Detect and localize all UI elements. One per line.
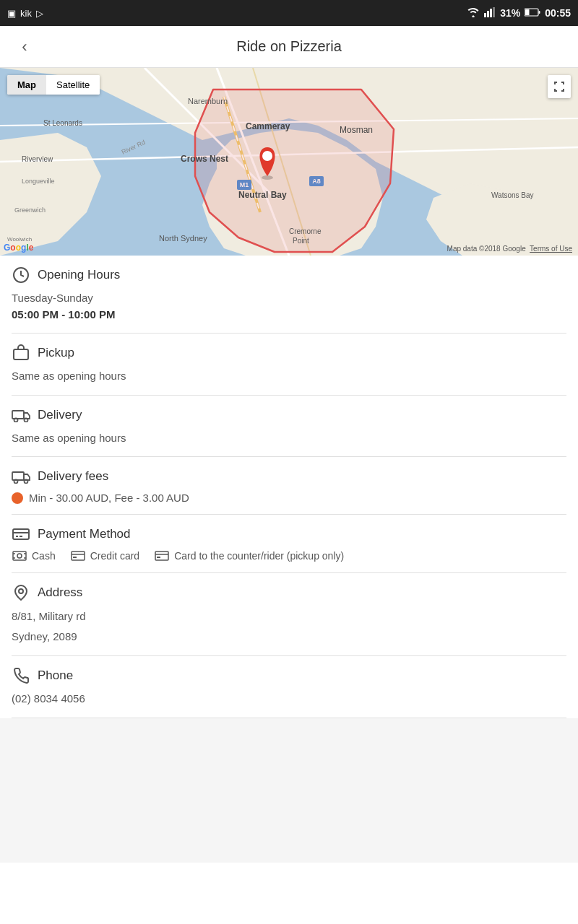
svg-point-69 (19, 589, 23, 593)
svg-text:Naremburn: Naremburn (188, 97, 228, 105)
payment-cash: Cash (12, 549, 56, 562)
payment-method-header: Payment Method (12, 525, 566, 544)
pickup-title: Pickup (38, 346, 74, 360)
svg-rect-47 (12, 411, 24, 419)
battery-icon (525, 7, 540, 19)
payment-credit-card: Credit card (70, 549, 139, 562)
svg-rect-5 (539, 11, 540, 14)
fee-row: Min - 30.00 AUD, Fee - 3.00 AUD (12, 492, 566, 504)
payment-method-section: Payment Method Cash (12, 515, 566, 573)
address-section: Address 8/81, Military rd Sydney, 2089 (12, 573, 566, 656)
battery-level: 31% (500, 7, 520, 19)
content-area: Opening Hours Tuesday-Sunday 05:00 PM - … (0, 256, 578, 718)
pickup-text: Same as opening hours (12, 368, 566, 385)
opening-hours-title: Opening Hours (38, 268, 120, 282)
svg-point-58 (17, 554, 22, 558)
fee-text: Min - 30.00 AUD, Fee - 3.00 AUD (29, 492, 189, 504)
fullscreen-button[interactable] (548, 75, 571, 98)
svg-rect-3 (493, 7, 495, 17)
address-header: Address (12, 583, 566, 602)
opening-hours-time: 05:00 PM - 10:00 PM (12, 307, 566, 323)
delivery-icon (12, 406, 30, 424)
svg-text:Riverview: Riverview (22, 155, 53, 163)
svg-text:St Leonards: St Leonards (43, 119, 82, 127)
delivery-fees-header: Delivery fees (12, 467, 566, 486)
svg-rect-63 (72, 552, 85, 560)
phone-number: (02) 8034 4056 (12, 691, 566, 707)
svg-rect-0 (484, 13, 486, 17)
svg-text:Neutral Bay: Neutral Bay (238, 190, 287, 200)
payment-method-title: Payment Method (38, 527, 131, 541)
opening-hours-days: Tuesday-Sunday (12, 290, 566, 307)
svg-point-48 (14, 418, 18, 422)
svg-rect-66 (155, 552, 168, 560)
status-bar-left: ▣ kik ▷ (7, 8, 43, 19)
map-tab-map[interactable]: Map (7, 75, 46, 95)
svg-rect-2 (490, 9, 492, 17)
svg-point-51 (14, 480, 18, 484)
opening-hours-header: Opening Hours (12, 266, 566, 284)
header: ‹ Ride on Pizzeria (0, 26, 578, 68)
address-icon (12, 583, 30, 602)
cash-icon (12, 549, 27, 562)
svg-text:Cremorne: Cremorne (289, 227, 322, 235)
delivery-fees-title: Delivery fees (38, 469, 108, 484)
map-container[interactable]: Map Satellite M1 A8 (0, 68, 578, 256)
address-line1: 8/81, Military rd (12, 608, 566, 625)
delivery-text: Same as opening hours (12, 430, 566, 447)
delivery-header: Delivery (12, 406, 566, 424)
payment-methods-list: Cash Credit card (12, 549, 566, 562)
payment-card-counter: Card to the counter/rider (pickup only) (154, 549, 344, 562)
svg-text:Greenwich: Greenwich (14, 206, 46, 214)
address-line2: Sydney, 2089 (12, 628, 566, 645)
clock-icon (12, 266, 30, 284)
signal-icon (484, 7, 496, 19)
svg-point-26 (262, 151, 272, 161)
map-credit: Map data ©2018 Google Terms of Use (447, 245, 572, 253)
map-tab-satellite[interactable]: Satellite (46, 75, 100, 95)
app-icon-2: kik (20, 8, 32, 19)
delivery-fees-icon (12, 467, 30, 486)
svg-rect-46 (14, 349, 28, 359)
svg-text:Woolwich: Woolwich (7, 236, 32, 243)
status-bar-right: 31% 00:55 (467, 7, 571, 19)
phone-header: Phone (12, 666, 566, 685)
cash-label: Cash (32, 550, 56, 562)
payment-icon (12, 525, 30, 544)
svg-text:Mosman: Mosman (340, 125, 373, 135)
credit-card-icon (70, 549, 86, 562)
svg-rect-65 (73, 557, 77, 558)
credit-card-label: Credit card (90, 550, 139, 562)
back-button[interactable]: ‹ (12, 34, 38, 60)
wifi-icon (467, 7, 480, 19)
pickup-icon (12, 344, 30, 362)
pickup-section: Pickup Same as opening hours (12, 334, 566, 396)
svg-text:Crows Nest: Crows Nest (181, 154, 228, 164)
svg-text:North Sydney: North Sydney (159, 234, 207, 243)
terms-of-use-link[interactable]: Terms of Use (530, 245, 572, 253)
svg-rect-1 (487, 11, 489, 17)
app-icon-3: ▷ (36, 8, 43, 19)
svg-rect-68 (157, 557, 160, 558)
svg-text:Google: Google (4, 243, 34, 253)
time-display: 00:55 (545, 7, 571, 19)
svg-point-49 (25, 418, 28, 422)
svg-text:Point: Point (293, 237, 309, 245)
svg-text:Watsons Bay: Watsons Bay (491, 191, 534, 199)
card-counter-label: Card to the counter/rider (pickup only) (174, 550, 344, 562)
delivery-section: Delivery Same as opening hours (12, 396, 566, 458)
card-counter-icon (154, 549, 170, 562)
phone-icon (12, 666, 30, 685)
phone-section: Phone (02) 8034 4056 (12, 656, 566, 718)
svg-point-52 (25, 480, 28, 484)
back-arrow-icon: ‹ (22, 38, 27, 56)
footer-space (0, 718, 578, 863)
pickup-header: Pickup (12, 344, 566, 362)
svg-rect-6 (525, 9, 530, 15)
delivery-title: Delivery (38, 408, 82, 422)
map-image: M1 A8 Naremburn St Leonards Riverview Lo… (0, 68, 578, 256)
svg-rect-53 (13, 529, 29, 539)
page-title: Ride on Pizzeria (38, 38, 540, 55)
svg-rect-57 (13, 552, 26, 560)
opening-hours-section: Opening Hours Tuesday-Sunday 05:00 PM - … (12, 256, 566, 334)
